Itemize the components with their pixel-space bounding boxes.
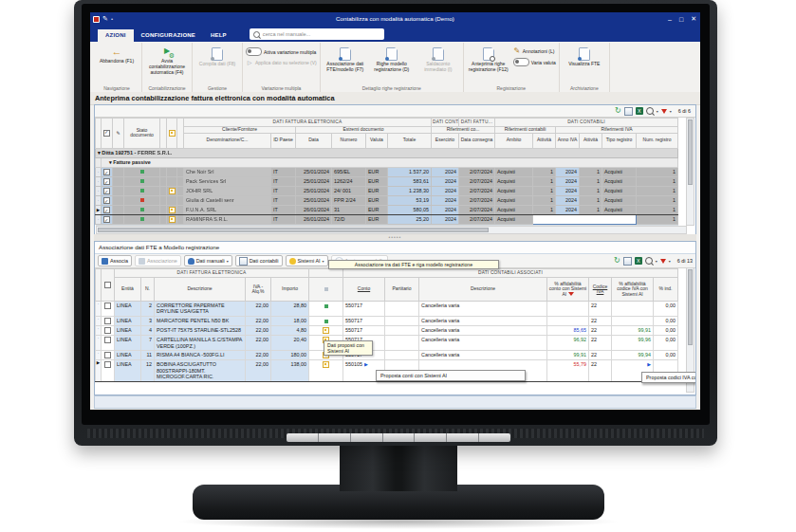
row-checkbox[interactable]	[103, 169, 110, 175]
tab-configurazione[interactable]: CONFIGURAZIONE	[134, 29, 203, 42]
row-checkbox[interactable]	[104, 352, 111, 358]
invoice-row[interactable]: ·Giulia di Castelli senrIT25/01/2024FPR …	[96, 195, 678, 205]
row-checkbox[interactable]	[104, 337, 111, 343]
export-icon[interactable]	[623, 257, 632, 266]
apply-icon	[246, 59, 253, 66]
monitor-buttons[interactable]	[287, 433, 510, 442]
ribbon-item-attiva-variazione-multipla[interactable]: Attiva variazione multipla	[246, 47, 317, 56]
row-checkbox[interactable]	[103, 178, 110, 185]
association-row[interactable]: ·LINEA7CARTELLINA MANILLA S.C/STAMPA VER…	[96, 336, 678, 351]
app-logo-icon	[93, 16, 100, 23]
page-title: Anteprima contabilizzazione fattura elet…	[90, 92, 700, 105]
toggle-icon[interactable]	[246, 47, 262, 56]
start-gear-icon	[160, 46, 174, 58]
ribbon-button-righe-modello-registrazione-d[interactable]: Righe modello registrazione (D)	[370, 44, 414, 73]
excel-icon[interactable]: X	[635, 257, 642, 265]
ribbon-button-associazione-dati-fte-modello-f7[interactable]: Associazione dati FTE/modello (F7)	[324, 44, 367, 73]
row-checkbox[interactable]	[104, 318, 111, 324]
row-checkbox[interactable]	[104, 361, 111, 368]
ribbon-button-visualizza-fte[interactable]: Visualizza FTE	[563, 44, 606, 67]
row-checkbox[interactable]	[104, 303, 111, 309]
association-icon	[139, 258, 145, 265]
ai-account-proposal-tooltip: Proposta conti con Sistemi AI	[376, 370, 526, 381]
button-dati-contabili[interactable]: Dati contabili	[235, 255, 283, 266]
ai-proposed-icon	[323, 327, 329, 334]
status-green-icon	[140, 179, 144, 183]
invoice-row[interactable]: ·Che Noir SrlIT25/01/2024695/ELEUR1.537,…	[96, 167, 678, 176]
minimize-button[interactable]: –	[668, 16, 672, 23]
info-icon: •	[111, 16, 113, 22]
user-icon	[188, 258, 194, 265]
warning-flag-icon	[169, 216, 176, 223]
dropdown-arrow-icon[interactable]: ▶	[364, 361, 368, 367]
company-group-row[interactable]: ▾ Ditta 192751 - FERRE S.R.L.	[96, 148, 678, 157]
select-all-checkbox[interactable]	[104, 282, 111, 288]
grid1-vertical-scrollbar[interactable]	[686, 118, 694, 226]
association-row[interactable]: ·LINEA4POST-IT 75X75 STARLINE-STL252822,…	[96, 326, 678, 336]
ribbon-group-registrazione: Anteprima righe registrazione (F12)Annot…	[464, 43, 560, 93]
tab-azioni[interactable]: AZIONI	[98, 29, 134, 42]
select-all-checkbox[interactable]	[103, 130, 110, 137]
toggle-icon[interactable]	[513, 58, 529, 66]
ribbon-item-varia-valuta[interactable]: Varia valuta	[513, 58, 556, 66]
association-header-tooltip: Associazione tra dati FTE e riga modello…	[328, 260, 499, 269]
refresh-icon[interactable]: ↻	[614, 257, 620, 265]
invoice-row[interactable]: ·RAMINFRA S.R.L.IT26/01/202472/DEUR25,20…	[96, 214, 678, 224]
button-sistemi-ai[interactable]: Sistemi AI▾	[286, 255, 328, 266]
status-red-icon	[140, 198, 144, 202]
status-green-icon	[140, 208, 144, 211]
tab-help[interactable]: HELP	[203, 29, 234, 42]
invoice-row[interactable]: ·JOHIR SRLIT25/01/202424/ 001EUR1.238,30…	[96, 186, 678, 195]
row-checkbox[interactable]	[103, 197, 110, 204]
excel-icon[interactable]: X	[636, 107, 643, 115]
panel-splitter[interactable]: •••••	[94, 234, 696, 241]
grid2-record-count: 6 di 13	[677, 258, 693, 264]
ribbon-group-variazione-multipla: Attiva variazione multiplaApplica dato s…	[243, 43, 321, 93]
zoom-icon[interactable]	[645, 257, 653, 265]
ribbon-button-avvia-contabilizzazione-automatica-f4[interactable]: Avvia contabilizzazione automatica (F4)	[145, 44, 189, 75]
button-associa[interactable]: Associa	[98, 255, 132, 266]
ribbon-tab-bar: AZIONICONFIGURAZIONEHELP cerca nel manua…	[90, 26, 700, 42]
flag-icon	[169, 130, 176, 137]
search-icon	[253, 31, 260, 38]
row-checkbox[interactable]	[103, 216, 110, 223]
inline-edit-cell[interactable]	[533, 214, 637, 224]
row-checkbox[interactable]	[103, 188, 110, 194]
associated-status-icon	[324, 320, 328, 323]
association-row[interactable]: ·LINEA11RISMA A4 BIANCA -500FG.LI22,0018…	[96, 351, 678, 360]
association-row[interactable]: ·LINEA2CORRETTORE PAPERMATE DRYLINE USA/…	[96, 302, 678, 317]
export-icon[interactable]	[624, 107, 633, 116]
invoice-row[interactable]: ·Pack Services SrlIT25/01/20241262/24EUR…	[96, 176, 678, 186]
association-row[interactable]: ·LINEA3MARCATORE PENTEL N50 BK22,0018,00…	[96, 316, 678, 325]
ribbon-group-navigazione: Abbandona (F1)Navigazione	[92, 43, 142, 93]
row-checkbox[interactable]	[104, 327, 111, 334]
ribbon-item-annotazioni-l[interactable]: Annotazioni (L)	[513, 47, 556, 55]
ai-proposed-data-tooltip: Dati proposti con Sistemi AI	[324, 340, 373, 356]
doc-preview-icon	[483, 47, 494, 61]
window-bottom-strip	[94, 395, 696, 409]
button-dati-manuali[interactable]: Dati manuali▾	[184, 255, 232, 266]
app-window: ✎ • Contabilizza con modalità automatica…	[90, 12, 700, 410]
invoice-row[interactable]: ▶F.U.N.A. SRLIT26/01/202431EUR580,052024…	[96, 205, 678, 214]
warning-flag-icon	[169, 188, 176, 194]
ribbon-button-compila-dati-f8: Compila dati (F8)	[195, 44, 239, 67]
filter-icon[interactable]	[660, 259, 666, 264]
doc-view-icon	[579, 47, 590, 61]
row-checkbox[interactable]	[103, 207, 110, 213]
active-filter-icon[interactable]	[568, 292, 574, 296]
association-panel-title: Associazione dati FTE a Modello registra…	[95, 242, 695, 254]
maximize-button[interactable]: □	[679, 16, 683, 23]
manual-search-input[interactable]: cerca nel manuale...	[250, 28, 384, 40]
edit-icon: ✎	[102, 14, 108, 24]
close-button[interactable]: ✕	[691, 15, 696, 23]
refresh-icon[interactable]: ↻	[615, 107, 621, 115]
grid1-horizontal-scrollbar[interactable]	[96, 226, 687, 234]
status-green-icon	[140, 170, 144, 174]
ribbon-button-abbandona-f1[interactable]: Abbandona (F1)	[95, 44, 139, 64]
filter-icon[interactable]	[661, 109, 667, 114]
dropdown-arrow-icon[interactable]: ▶	[647, 361, 651, 367]
invoice-group-row[interactable]: ▾ Fatture passive	[96, 157, 678, 167]
ribbon-button-anteprima-righe-registrazione-f12[interactable]: Anteprima righe registrazione (F12)	[467, 44, 510, 73]
ribbon-group-gestione: Compila dati (F8)Gestione	[193, 43, 243, 93]
zoom-icon[interactable]	[646, 107, 654, 115]
